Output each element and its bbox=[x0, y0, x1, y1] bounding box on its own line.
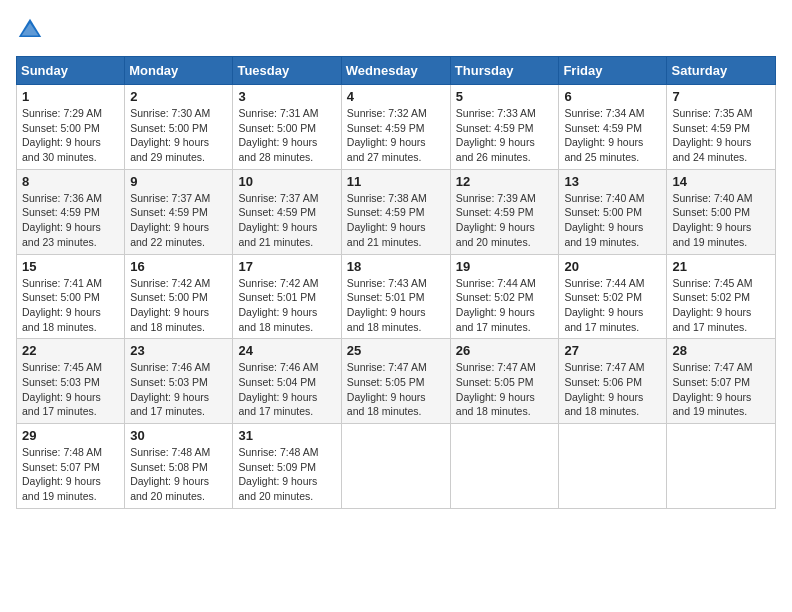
day-info: Sunrise: 7:39 AMSunset: 4:59 PMDaylight:… bbox=[456, 191, 554, 250]
day-info: Sunrise: 7:47 AMSunset: 5:06 PMDaylight:… bbox=[564, 360, 661, 419]
day-number: 10 bbox=[238, 174, 335, 189]
day-info: Sunrise: 7:38 AMSunset: 4:59 PMDaylight:… bbox=[347, 191, 445, 250]
calendar-cell: 20Sunrise: 7:44 AMSunset: 5:02 PMDayligh… bbox=[559, 254, 667, 339]
day-of-week-header: Saturday bbox=[667, 57, 776, 85]
calendar-cell: 22Sunrise: 7:45 AMSunset: 5:03 PMDayligh… bbox=[17, 339, 125, 424]
day-info: Sunrise: 7:46 AMSunset: 5:03 PMDaylight:… bbox=[130, 360, 227, 419]
calendar-cell: 27Sunrise: 7:47 AMSunset: 5:06 PMDayligh… bbox=[559, 339, 667, 424]
day-info: Sunrise: 7:31 AMSunset: 5:00 PMDaylight:… bbox=[238, 106, 335, 165]
day-info: Sunrise: 7:33 AMSunset: 4:59 PMDaylight:… bbox=[456, 106, 554, 165]
calendar-cell: 2Sunrise: 7:30 AMSunset: 5:00 PMDaylight… bbox=[125, 85, 233, 170]
day-info: Sunrise: 7:35 AMSunset: 4:59 PMDaylight:… bbox=[672, 106, 770, 165]
day-of-week-header: Thursday bbox=[450, 57, 559, 85]
calendar-cell: 26Sunrise: 7:47 AMSunset: 5:05 PMDayligh… bbox=[450, 339, 559, 424]
day-number: 29 bbox=[22, 428, 119, 443]
day-info: Sunrise: 7:47 AMSunset: 5:07 PMDaylight:… bbox=[672, 360, 770, 419]
day-info: Sunrise: 7:37 AMSunset: 4:59 PMDaylight:… bbox=[238, 191, 335, 250]
calendar-cell: 17Sunrise: 7:42 AMSunset: 5:01 PMDayligh… bbox=[233, 254, 341, 339]
day-number: 8 bbox=[22, 174, 119, 189]
day-of-week-header: Monday bbox=[125, 57, 233, 85]
day-info: Sunrise: 7:42 AMSunset: 5:00 PMDaylight:… bbox=[130, 276, 227, 335]
calendar-cell: 19Sunrise: 7:44 AMSunset: 5:02 PMDayligh… bbox=[450, 254, 559, 339]
day-of-week-header: Wednesday bbox=[341, 57, 450, 85]
day-info: Sunrise: 7:45 AMSunset: 5:02 PMDaylight:… bbox=[672, 276, 770, 335]
day-info: Sunrise: 7:42 AMSunset: 5:01 PMDaylight:… bbox=[238, 276, 335, 335]
calendar-cell: 3Sunrise: 7:31 AMSunset: 5:00 PMDaylight… bbox=[233, 85, 341, 170]
day-info: Sunrise: 7:44 AMSunset: 5:02 PMDaylight:… bbox=[456, 276, 554, 335]
calendar-cell: 18Sunrise: 7:43 AMSunset: 5:01 PMDayligh… bbox=[341, 254, 450, 339]
calendar-cell: 21Sunrise: 7:45 AMSunset: 5:02 PMDayligh… bbox=[667, 254, 776, 339]
day-info: Sunrise: 7:34 AMSunset: 4:59 PMDaylight:… bbox=[564, 106, 661, 165]
day-number: 5 bbox=[456, 89, 554, 104]
day-number: 12 bbox=[456, 174, 554, 189]
day-number: 1 bbox=[22, 89, 119, 104]
page-header bbox=[16, 16, 776, 44]
calendar-cell: 1Sunrise: 7:29 AMSunset: 5:00 PMDaylight… bbox=[17, 85, 125, 170]
day-info: Sunrise: 7:41 AMSunset: 5:00 PMDaylight:… bbox=[22, 276, 119, 335]
calendar-cell bbox=[341, 424, 450, 509]
day-of-week-header: Tuesday bbox=[233, 57, 341, 85]
calendar-cell: 7Sunrise: 7:35 AMSunset: 4:59 PMDaylight… bbox=[667, 85, 776, 170]
calendar-cell: 14Sunrise: 7:40 AMSunset: 5:00 PMDayligh… bbox=[667, 169, 776, 254]
day-number: 21 bbox=[672, 259, 770, 274]
day-number: 16 bbox=[130, 259, 227, 274]
day-number: 7 bbox=[672, 89, 770, 104]
day-number: 31 bbox=[238, 428, 335, 443]
calendar-cell: 15Sunrise: 7:41 AMSunset: 5:00 PMDayligh… bbox=[17, 254, 125, 339]
calendar-week-row: 29Sunrise: 7:48 AMSunset: 5:07 PMDayligh… bbox=[17, 424, 776, 509]
calendar-cell: 4Sunrise: 7:32 AMSunset: 4:59 PMDaylight… bbox=[341, 85, 450, 170]
day-info: Sunrise: 7:44 AMSunset: 5:02 PMDaylight:… bbox=[564, 276, 661, 335]
calendar-week-row: 8Sunrise: 7:36 AMSunset: 4:59 PMDaylight… bbox=[17, 169, 776, 254]
calendar-cell bbox=[667, 424, 776, 509]
calendar-cell: 25Sunrise: 7:47 AMSunset: 5:05 PMDayligh… bbox=[341, 339, 450, 424]
day-info: Sunrise: 7:45 AMSunset: 5:03 PMDaylight:… bbox=[22, 360, 119, 419]
calendar-cell: 30Sunrise: 7:48 AMSunset: 5:08 PMDayligh… bbox=[125, 424, 233, 509]
day-info: Sunrise: 7:47 AMSunset: 5:05 PMDaylight:… bbox=[456, 360, 554, 419]
day-number: 30 bbox=[130, 428, 227, 443]
day-number: 27 bbox=[564, 343, 661, 358]
day-number: 11 bbox=[347, 174, 445, 189]
calendar-cell: 29Sunrise: 7:48 AMSunset: 5:07 PMDayligh… bbox=[17, 424, 125, 509]
day-number: 3 bbox=[238, 89, 335, 104]
calendar-cell: 13Sunrise: 7:40 AMSunset: 5:00 PMDayligh… bbox=[559, 169, 667, 254]
day-number: 22 bbox=[22, 343, 119, 358]
calendar-cell: 23Sunrise: 7:46 AMSunset: 5:03 PMDayligh… bbox=[125, 339, 233, 424]
calendar-cell: 6Sunrise: 7:34 AMSunset: 4:59 PMDaylight… bbox=[559, 85, 667, 170]
day-info: Sunrise: 7:48 AMSunset: 5:08 PMDaylight:… bbox=[130, 445, 227, 504]
day-number: 23 bbox=[130, 343, 227, 358]
day-of-week-header: Sunday bbox=[17, 57, 125, 85]
day-info: Sunrise: 7:48 AMSunset: 5:09 PMDaylight:… bbox=[238, 445, 335, 504]
calendar-cell bbox=[559, 424, 667, 509]
day-number: 24 bbox=[238, 343, 335, 358]
day-number: 28 bbox=[672, 343, 770, 358]
day-of-week-header: Friday bbox=[559, 57, 667, 85]
day-number: 9 bbox=[130, 174, 227, 189]
day-number: 26 bbox=[456, 343, 554, 358]
calendar-cell: 24Sunrise: 7:46 AMSunset: 5:04 PMDayligh… bbox=[233, 339, 341, 424]
day-info: Sunrise: 7:48 AMSunset: 5:07 PMDaylight:… bbox=[22, 445, 119, 504]
day-number: 15 bbox=[22, 259, 119, 274]
day-number: 20 bbox=[564, 259, 661, 274]
calendar-week-row: 15Sunrise: 7:41 AMSunset: 5:00 PMDayligh… bbox=[17, 254, 776, 339]
day-info: Sunrise: 7:46 AMSunset: 5:04 PMDaylight:… bbox=[238, 360, 335, 419]
calendar-cell: 11Sunrise: 7:38 AMSunset: 4:59 PMDayligh… bbox=[341, 169, 450, 254]
day-number: 6 bbox=[564, 89, 661, 104]
logo bbox=[16, 16, 46, 44]
day-info: Sunrise: 7:29 AMSunset: 5:00 PMDaylight:… bbox=[22, 106, 119, 165]
calendar-week-row: 1Sunrise: 7:29 AMSunset: 5:00 PMDaylight… bbox=[17, 85, 776, 170]
calendar-week-row: 22Sunrise: 7:45 AMSunset: 5:03 PMDayligh… bbox=[17, 339, 776, 424]
day-number: 25 bbox=[347, 343, 445, 358]
calendar-table: SundayMondayTuesdayWednesdayThursdayFrid… bbox=[16, 56, 776, 509]
calendar-cell: 31Sunrise: 7:48 AMSunset: 5:09 PMDayligh… bbox=[233, 424, 341, 509]
day-info: Sunrise: 7:40 AMSunset: 5:00 PMDaylight:… bbox=[564, 191, 661, 250]
calendar-cell: 9Sunrise: 7:37 AMSunset: 4:59 PMDaylight… bbox=[125, 169, 233, 254]
day-number: 17 bbox=[238, 259, 335, 274]
day-info: Sunrise: 7:30 AMSunset: 5:00 PMDaylight:… bbox=[130, 106, 227, 165]
calendar-cell bbox=[450, 424, 559, 509]
day-number: 18 bbox=[347, 259, 445, 274]
day-info: Sunrise: 7:43 AMSunset: 5:01 PMDaylight:… bbox=[347, 276, 445, 335]
day-number: 13 bbox=[564, 174, 661, 189]
calendar-cell: 8Sunrise: 7:36 AMSunset: 4:59 PMDaylight… bbox=[17, 169, 125, 254]
day-number: 14 bbox=[672, 174, 770, 189]
calendar-cell: 10Sunrise: 7:37 AMSunset: 4:59 PMDayligh… bbox=[233, 169, 341, 254]
